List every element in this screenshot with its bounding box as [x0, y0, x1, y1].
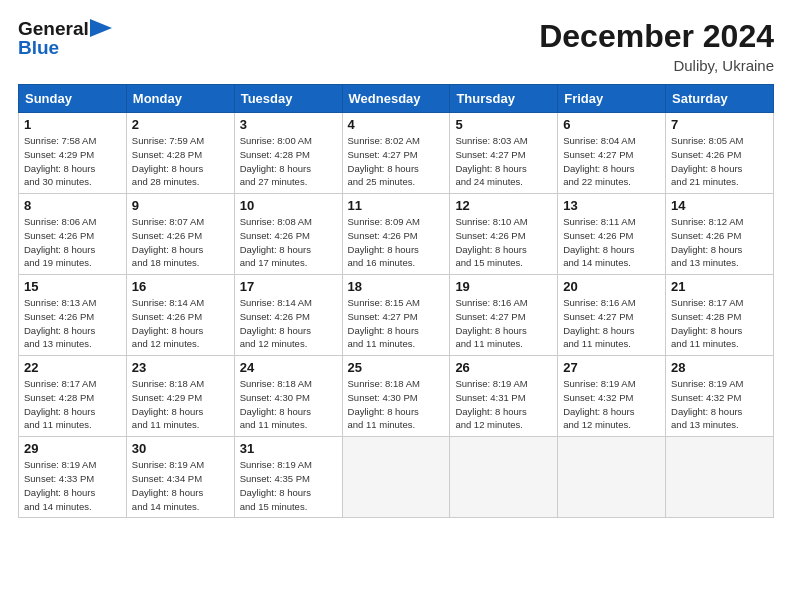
- calendar-cell: 27Sunrise: 8:19 AM Sunset: 4:32 PM Dayli…: [558, 356, 666, 437]
- day-number: 16: [132, 279, 229, 294]
- calendar-cell: 13Sunrise: 8:11 AM Sunset: 4:26 PM Dayli…: [558, 194, 666, 275]
- day-info: Sunrise: 8:05 AM Sunset: 4:26 PM Dayligh…: [671, 134, 768, 189]
- day-number: 11: [348, 198, 445, 213]
- day-number: 29: [24, 441, 121, 456]
- calendar-cell: 15Sunrise: 8:13 AM Sunset: 4:26 PM Dayli…: [19, 275, 127, 356]
- day-info: Sunrise: 8:15 AM Sunset: 4:27 PM Dayligh…: [348, 296, 445, 351]
- calendar-cell: 26Sunrise: 8:19 AM Sunset: 4:31 PM Dayli…: [450, 356, 558, 437]
- day-info: Sunrise: 8:19 AM Sunset: 4:34 PM Dayligh…: [132, 458, 229, 513]
- calendar-cell: 9Sunrise: 8:07 AM Sunset: 4:26 PM Daylig…: [126, 194, 234, 275]
- day-header-monday: Monday: [126, 85, 234, 113]
- day-info: Sunrise: 8:13 AM Sunset: 4:26 PM Dayligh…: [24, 296, 121, 351]
- day-number: 13: [563, 198, 660, 213]
- day-number: 12: [455, 198, 552, 213]
- calendar-cell: 30Sunrise: 8:19 AM Sunset: 4:34 PM Dayli…: [126, 437, 234, 518]
- calendar-cell: 7Sunrise: 8:05 AM Sunset: 4:26 PM Daylig…: [666, 113, 774, 194]
- day-number: 17: [240, 279, 337, 294]
- day-info: Sunrise: 8:03 AM Sunset: 4:27 PM Dayligh…: [455, 134, 552, 189]
- day-info: Sunrise: 8:08 AM Sunset: 4:26 PM Dayligh…: [240, 215, 337, 270]
- day-number: 25: [348, 360, 445, 375]
- day-number: 2: [132, 117, 229, 132]
- day-number: 30: [132, 441, 229, 456]
- calendar-header-row: SundayMondayTuesdayWednesdayThursdayFrid…: [19, 85, 774, 113]
- calendar-cell: 29Sunrise: 8:19 AM Sunset: 4:33 PM Dayli…: [19, 437, 127, 518]
- day-info: Sunrise: 8:12 AM Sunset: 4:26 PM Dayligh…: [671, 215, 768, 270]
- calendar-cell: 31Sunrise: 8:19 AM Sunset: 4:35 PM Dayli…: [234, 437, 342, 518]
- calendar-cell: 2Sunrise: 7:59 AM Sunset: 4:28 PM Daylig…: [126, 113, 234, 194]
- day-number: 28: [671, 360, 768, 375]
- day-header-friday: Friday: [558, 85, 666, 113]
- svg-marker-0: [90, 19, 112, 37]
- calendar-cell: 17Sunrise: 8:14 AM Sunset: 4:26 PM Dayli…: [234, 275, 342, 356]
- day-info: Sunrise: 7:58 AM Sunset: 4:29 PM Dayligh…: [24, 134, 121, 189]
- day-info: Sunrise: 8:04 AM Sunset: 4:27 PM Dayligh…: [563, 134, 660, 189]
- week-row-3: 15Sunrise: 8:13 AM Sunset: 4:26 PM Dayli…: [19, 275, 774, 356]
- day-info: Sunrise: 8:06 AM Sunset: 4:26 PM Dayligh…: [24, 215, 121, 270]
- day-number: 8: [24, 198, 121, 213]
- day-info: Sunrise: 8:19 AM Sunset: 4:31 PM Dayligh…: [455, 377, 552, 432]
- calendar-table: SundayMondayTuesdayWednesdayThursdayFrid…: [18, 84, 774, 518]
- day-info: Sunrise: 8:19 AM Sunset: 4:32 PM Dayligh…: [671, 377, 768, 432]
- day-number: 10: [240, 198, 337, 213]
- day-info: Sunrise: 8:07 AM Sunset: 4:26 PM Dayligh…: [132, 215, 229, 270]
- day-info: Sunrise: 8:17 AM Sunset: 4:28 PM Dayligh…: [671, 296, 768, 351]
- week-row-2: 8Sunrise: 8:06 AM Sunset: 4:26 PM Daylig…: [19, 194, 774, 275]
- week-row-1: 1Sunrise: 7:58 AM Sunset: 4:29 PM Daylig…: [19, 113, 774, 194]
- calendar-cell: 12Sunrise: 8:10 AM Sunset: 4:26 PM Dayli…: [450, 194, 558, 275]
- day-info: Sunrise: 8:18 AM Sunset: 4:30 PM Dayligh…: [240, 377, 337, 432]
- calendar-cell: [666, 437, 774, 518]
- logo-arrow-icon: [90, 19, 112, 37]
- day-number: 5: [455, 117, 552, 132]
- day-number: 21: [671, 279, 768, 294]
- calendar-cell: 5Sunrise: 8:03 AM Sunset: 4:27 PM Daylig…: [450, 113, 558, 194]
- day-info: Sunrise: 8:18 AM Sunset: 4:29 PM Dayligh…: [132, 377, 229, 432]
- calendar-cell: 11Sunrise: 8:09 AM Sunset: 4:26 PM Dayli…: [342, 194, 450, 275]
- calendar-cell: 22Sunrise: 8:17 AM Sunset: 4:28 PM Dayli…: [19, 356, 127, 437]
- calendar-cell: 18Sunrise: 8:15 AM Sunset: 4:27 PM Dayli…: [342, 275, 450, 356]
- day-header-thursday: Thursday: [450, 85, 558, 113]
- week-row-5: 29Sunrise: 8:19 AM Sunset: 4:33 PM Dayli…: [19, 437, 774, 518]
- day-info: Sunrise: 8:19 AM Sunset: 4:35 PM Dayligh…: [240, 458, 337, 513]
- calendar-cell: 24Sunrise: 8:18 AM Sunset: 4:30 PM Dayli…: [234, 356, 342, 437]
- calendar-cell: [342, 437, 450, 518]
- calendar-cell: [450, 437, 558, 518]
- calendar-cell: 16Sunrise: 8:14 AM Sunset: 4:26 PM Dayli…: [126, 275, 234, 356]
- day-info: Sunrise: 8:16 AM Sunset: 4:27 PM Dayligh…: [455, 296, 552, 351]
- calendar-cell: 4Sunrise: 8:02 AM Sunset: 4:27 PM Daylig…: [342, 113, 450, 194]
- calendar-cell: 20Sunrise: 8:16 AM Sunset: 4:27 PM Dayli…: [558, 275, 666, 356]
- day-header-saturday: Saturday: [666, 85, 774, 113]
- logo: General Blue: [18, 18, 112, 59]
- calendar-cell: 19Sunrise: 8:16 AM Sunset: 4:27 PM Dayli…: [450, 275, 558, 356]
- calendar-cell: 3Sunrise: 8:00 AM Sunset: 4:28 PM Daylig…: [234, 113, 342, 194]
- day-info: Sunrise: 8:19 AM Sunset: 4:32 PM Dayligh…: [563, 377, 660, 432]
- week-row-4: 22Sunrise: 8:17 AM Sunset: 4:28 PM Dayli…: [19, 356, 774, 437]
- page: General Blue December 2024 Duliby, Ukrai…: [0, 0, 792, 612]
- day-info: Sunrise: 8:18 AM Sunset: 4:30 PM Dayligh…: [348, 377, 445, 432]
- main-title: December 2024: [539, 18, 774, 55]
- day-info: Sunrise: 8:17 AM Sunset: 4:28 PM Dayligh…: [24, 377, 121, 432]
- day-number: 4: [348, 117, 445, 132]
- day-info: Sunrise: 8:10 AM Sunset: 4:26 PM Dayligh…: [455, 215, 552, 270]
- day-number: 22: [24, 360, 121, 375]
- day-header-sunday: Sunday: [19, 85, 127, 113]
- day-number: 1: [24, 117, 121, 132]
- title-section: December 2024 Duliby, Ukraine: [539, 18, 774, 74]
- day-info: Sunrise: 8:09 AM Sunset: 4:26 PM Dayligh…: [348, 215, 445, 270]
- day-number: 6: [563, 117, 660, 132]
- calendar-cell: [558, 437, 666, 518]
- day-number: 24: [240, 360, 337, 375]
- day-number: 19: [455, 279, 552, 294]
- day-number: 7: [671, 117, 768, 132]
- calendar-cell: 10Sunrise: 8:08 AM Sunset: 4:26 PM Dayli…: [234, 194, 342, 275]
- day-number: 31: [240, 441, 337, 456]
- day-info: Sunrise: 8:11 AM Sunset: 4:26 PM Dayligh…: [563, 215, 660, 270]
- day-info: Sunrise: 7:59 AM Sunset: 4:28 PM Dayligh…: [132, 134, 229, 189]
- day-header-tuesday: Tuesday: [234, 85, 342, 113]
- day-number: 18: [348, 279, 445, 294]
- calendar-cell: 25Sunrise: 8:18 AM Sunset: 4:30 PM Dayli…: [342, 356, 450, 437]
- day-number: 9: [132, 198, 229, 213]
- calendar-cell: 23Sunrise: 8:18 AM Sunset: 4:29 PM Dayli…: [126, 356, 234, 437]
- day-info: Sunrise: 8:14 AM Sunset: 4:26 PM Dayligh…: [240, 296, 337, 351]
- day-info: Sunrise: 8:19 AM Sunset: 4:33 PM Dayligh…: [24, 458, 121, 513]
- calendar-cell: 14Sunrise: 8:12 AM Sunset: 4:26 PM Dayli…: [666, 194, 774, 275]
